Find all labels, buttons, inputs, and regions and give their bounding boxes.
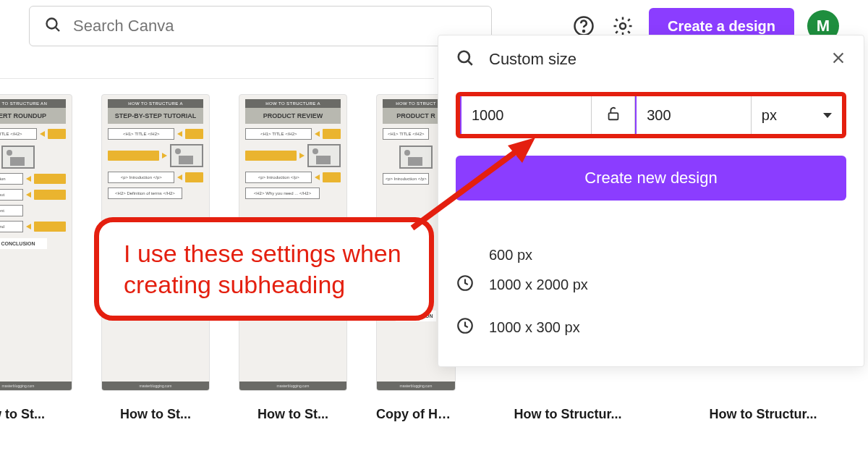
recent-sizes: 600 px 1000 x 2000 px 1000 x 300 px [456,247,846,349]
unit-select[interactable]: px [752,96,842,134]
thumb-tag: <H1> TITLE </H2> [0,128,37,140]
thumb-title: PRODUCT REVIEW [245,108,341,124]
svg-point-0 [47,19,57,29]
thumb-footer: masterblogging.com [102,382,209,390]
design-label: w to St... [0,407,45,422]
unlock-icon [605,106,621,125]
design-label: How to Structur... [709,407,817,422]
thumb-sec: <H2> Definition of terms </H2> [108,187,182,199]
recent-size-label: 1000 x 300 px [489,319,580,336]
thumb-sec: roduction [0,173,23,185]
annotation-text: I use these settings when creating subhe… [94,217,434,321]
popover-header: Custom size [438,35,864,83]
popover-title: Custom size [489,50,816,69]
thumb-sec: kground [0,221,23,232]
thumb-sec: Content [0,205,23,216]
thumb-topbar: HOW TO STRUCTURE AN [0,99,66,108]
recent-size-label: 1000 x 2000 px [489,277,588,293]
search-bar[interactable] [29,6,492,46]
svg-line-1 [56,28,59,31]
annotation-callout: I use these settings when creating subhe… [94,217,434,321]
clock-icon [456,274,475,296]
custom-size-inputs: px [456,92,846,138]
image-icon [1,146,35,169]
thumb-sec: <p> Introduction </p> [383,173,429,185]
search-icon [44,16,61,36]
height-input[interactable] [647,107,741,124]
search-icon [456,49,475,70]
width-input[interactable] [472,107,581,124]
custom-size-popover: Custom size px Create new design [438,35,864,367]
design-label: How to St... [120,407,191,422]
aspect-lock-toggle[interactable] [592,96,635,134]
svg-point-5 [459,51,469,62]
close-icon[interactable] [830,50,846,69]
thumb-tag: <H1> TITLE </H2> [108,128,174,140]
thumb-tag: <H1> TITLE </H2> [383,128,429,140]
svg-rect-9 [608,113,618,119]
create-new-design-button[interactable]: Create new design [456,156,846,201]
thumb-footer: masterblogging.com [0,382,72,390]
thumb-title: STEP-BY-STEP TUTORIAL [108,108,203,124]
thumb-sec: <H2> Why you need ... </H2> [245,187,320,199]
design-label: How to Structur... [514,407,621,422]
image-icon [170,144,203,167]
recent-size-item[interactable]: 1000 x 300 px [456,306,846,349]
clock-icon [456,316,475,339]
image-icon [307,144,341,167]
thumb-sec: <p> Introduction </p> [245,172,312,183]
thumb-conclusion: CONCLUSION [0,238,47,249]
design-card[interactable]: HOW TO STRUCTURE AN XPERT ROUNDUP <H1> T… [0,94,72,422]
svg-point-4 [620,23,626,29]
thumb-topbar: HOW TO STRUCTURE A [245,99,341,108]
divider [0,78,434,79]
design-label: How to St... [258,407,328,422]
thumb-footer: masterblogging.com [239,382,346,390]
thumb-footer: masterblogging.com [377,382,455,390]
thumb-title: XPERT ROUNDUP [0,108,66,124]
search-input[interactable] [73,17,477,35]
unit-value: px [762,107,777,124]
svg-line-6 [468,61,472,64]
popover-body: px Create new design 600 px 1000 x 2000 … [438,83,864,366]
design-label: Copy of How... [376,407,456,422]
thumb-sec: <p> Introduction </p> [108,172,174,183]
thumb-topbar: HOW TO STRUCTURE A [108,99,203,108]
svg-point-3 [583,30,584,32]
recent-size-item[interactable]: 1000 x 2000 px [456,264,846,306]
chevron-down-icon [823,113,832,118]
design-thumbnail: HOW TO STRUCTURE AN XPERT ROUNDUP <H1> T… [0,94,72,391]
recent-size-partial[interactable]: 600 px [456,247,846,264]
thumb-tag: <H1> TITLE </H2> [245,128,312,140]
image-icon [399,146,433,169]
thumb-sec: ert input [0,189,23,201]
